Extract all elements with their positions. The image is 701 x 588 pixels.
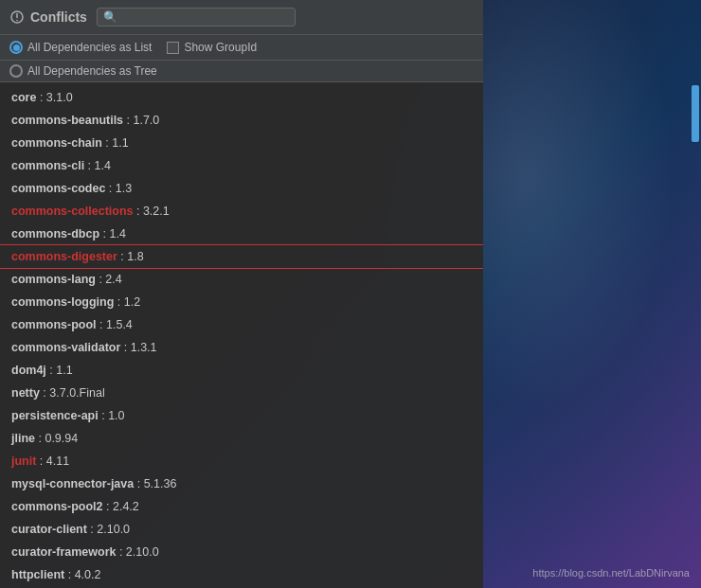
list-item[interactable]: commons-validator : 1.3.1 — [0, 336, 483, 359]
radio-label-tree: All Dependencies as Tree — [27, 64, 157, 78]
dep-version: : 2.4 — [96, 273, 122, 286]
dep-version: : 1.7.0 — [123, 114, 159, 127]
dep-name: netty — [11, 386, 40, 400]
list-item[interactable]: commons-beanutils : 1.7.0 — [0, 109, 483, 132]
list-item[interactable]: jline : 0.9.94 — [0, 427, 483, 450]
dep-name: curator-client — [11, 523, 87, 536]
dep-name: httpclient — [11, 568, 64, 581]
search-icon: 🔍 — [103, 10, 117, 24]
dep-name: persistence-api — [11, 409, 99, 422]
panel-title-area: Conflicts — [9, 9, 87, 25]
scrollbar-thumb[interactable] — [692, 85, 699, 142]
dep-version: : 1.5.4 — [97, 318, 133, 331]
dep-name: commons-validator — [11, 341, 120, 354]
list-item[interactable]: curator-client : 2.10.0 — [0, 518, 483, 541]
radio-all-tree[interactable]: All Dependencies as Tree — [9, 64, 157, 78]
radio-circle-tree — [9, 64, 23, 78]
dep-name: commons-cli — [11, 159, 84, 172]
dep-name: curator-framework — [11, 545, 116, 559]
dep-version: : 1.2 — [114, 295, 140, 309]
dep-version: : 1.4 — [84, 159, 111, 172]
dep-name: junit — [11, 454, 36, 468]
list-item[interactable]: junit : 4.11 — [0, 450, 483, 472]
dep-version: : 3.1.0 — [36, 91, 72, 104]
list-item[interactable]: core : 3.1.0 — [0, 86, 483, 109]
radio-label-list: All Dependencies as List — [27, 41, 152, 54]
dep-name: commons-collections — [11, 205, 134, 218]
panel-title: Conflicts — [30, 9, 87, 25]
svg-point-2 — [16, 20, 18, 22]
dep-name: commons-lang — [11, 273, 96, 286]
dep-version: : 1.4 — [99, 227, 126, 241]
dep-version: : 1.3.1 — [120, 341, 156, 354]
list-item[interactable]: commons-chain : 1.1 — [0, 132, 483, 154]
dependency-list[interactable]: core : 3.1.0commons-beanutils : 1.7.0com… — [0, 82, 483, 588]
dep-version: : 3.7.0.Final — [40, 386, 105, 400]
panel-header: Conflicts 🔍 — [0, 0, 483, 35]
list-item[interactable]: dom4j : 1.1 — [0, 359, 483, 382]
dep-name: commons-logging — [11, 295, 114, 309]
list-item[interactable]: mysql-connector-java : 5.1.36 — [0, 472, 483, 495]
dep-version: : 2.10.0 — [87, 523, 130, 536]
list-item[interactable]: curator-framework : 2.10.0 — [0, 541, 483, 563]
list-item[interactable]: commons-lang : 2.4 — [0, 268, 483, 291]
list-item[interactable]: commons-dbcp : 1.4 — [0, 223, 483, 245]
dep-name: jline — [11, 432, 35, 445]
dep-name: commons-codec — [11, 182, 105, 195]
dep-version: : 1.1 — [46, 364, 73, 377]
dep-version: : 1.0 — [99, 409, 125, 422]
list-item[interactable]: persistence-api : 1.0 — [0, 404, 483, 427]
dep-name: dom4j — [11, 364, 46, 377]
list-item[interactable]: commons-logging : 1.2 — [0, 291, 483, 313]
watermark: https://blog.csdn.net/LabDNirvana — [532, 567, 690, 579]
dep-name: commons-pool — [11, 318, 97, 331]
list-item[interactable]: commons-collections : 3.2.1 — [0, 200, 483, 223]
filter-bar-row1: All Dependencies as List Show GroupId — [0, 35, 483, 61]
dep-name: commons-dbcp — [11, 227, 99, 241]
conflicts-panel: Conflicts 🔍 All Dependencies as List Sho… — [0, 0, 483, 588]
search-box[interactable]: 🔍 — [97, 8, 296, 27]
list-item[interactable]: commons-pool2 : 2.4.2 — [0, 495, 483, 518]
dep-version: : 0.9.94 — [35, 432, 78, 445]
dep-version: : 5.1.36 — [134, 477, 176, 490]
search-input[interactable] — [121, 10, 289, 24]
list-item[interactable]: httpclient : 4.0.2 — [0, 563, 483, 586]
dep-name: core — [11, 91, 36, 104]
filter-bar-row2: All Dependencies as Tree — [0, 61, 483, 82]
radio-circle-list — [9, 41, 23, 54]
dep-version: : 1.3 — [105, 182, 132, 195]
dep-name: commons-digester — [11, 250, 117, 263]
dep-version: : 3.2.1 — [134, 205, 170, 218]
list-item[interactable]: commons-codec : 1.3 — [0, 177, 483, 200]
radio-all-list[interactable]: All Dependencies as List — [9, 41, 152, 54]
list-item[interactable]: commons-pool : 1.5.4 — [0, 313, 483, 336]
dep-version: : 1.8 — [117, 250, 144, 263]
checkbox-label-groupid: Show GroupId — [184, 41, 257, 54]
dep-version: : 4.0.2 — [64, 568, 100, 581]
dep-version: : 2.4.2 — [103, 500, 139, 513]
list-item[interactable]: commons-digester : 1.8 — [0, 245, 483, 268]
list-item[interactable]: netty : 3.7.0.Final — [0, 382, 483, 404]
dep-name: commons-chain — [11, 136, 102, 150]
dep-name: commons-pool2 — [11, 500, 103, 513]
conflicts-icon — [9, 9, 25, 25]
dep-version: : 2.10.0 — [116, 545, 158, 559]
dep-version: : 4.11 — [36, 454, 69, 468]
dep-name: commons-beanutils — [11, 114, 123, 127]
dep-name: mysql-connector-java — [11, 477, 134, 490]
checkbox-show-groupid[interactable]: Show GroupId — [167, 41, 257, 54]
dep-version: : 1.1 — [102, 136, 129, 150]
checkbox-box-groupid — [167, 42, 179, 54]
list-item[interactable]: commons-cli : 1.4 — [0, 154, 483, 177]
